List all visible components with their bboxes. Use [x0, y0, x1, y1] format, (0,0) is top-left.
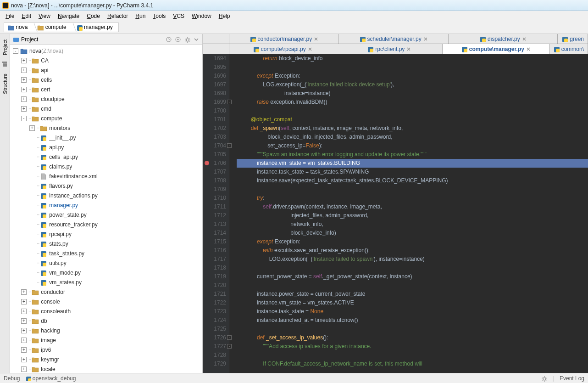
menu-tools[interactable]: Tools — [149, 12, 169, 20]
menu-edit[interactable]: Edit — [18, 12, 35, 20]
tree-toggle-icon[interactable]: + — [21, 318, 27, 324]
gutter-line[interactable]: 1714 — [203, 229, 226, 237]
tree-item-api-py[interactable]: ···api.py — [10, 142, 202, 152]
menu-help[interactable]: Help — [215, 12, 234, 20]
fold-icon[interactable]: - — [227, 344, 232, 349]
tree-item-image[interactable]: +···image — [10, 335, 202, 345]
tree-item-locale[interactable]: +···locale — [10, 364, 202, 373]
gutter-line[interactable]: 1719 — [203, 272, 226, 281]
tree-item-monitors[interactable]: +···monitors — [10, 123, 202, 133]
tree-item-consoleauth[interactable]: +···consoleauth — [10, 306, 202, 316]
tree-item-compute[interactable]: -···compute — [10, 113, 202, 123]
code-line[interactable]: LOG.exception(_('Instance failed block d… — [237, 80, 588, 89]
gutter-line[interactable]: 1706 — [203, 159, 226, 168]
tree-item-power_state-py[interactable]: ···power_state.py — [10, 210, 202, 220]
status-event-log[interactable]: Event Log — [560, 375, 584, 382]
gutter-line[interactable]: 1711 — [203, 203, 226, 211]
settings-icon[interactable] — [184, 36, 190, 43]
code-line[interactable]: except Exception: — [237, 72, 588, 80]
gutter-line[interactable]: 1720 — [203, 281, 226, 290]
gutter-line[interactable]: 1716 — [203, 246, 226, 255]
editor-gutter[interactable]: 169416951696169716981699-170017011702170… — [203, 54, 229, 373]
tree-item-resource_tracker-py[interactable]: ···resource_tracker.py — [10, 220, 202, 229]
close-icon[interactable] — [406, 47, 411, 51]
code-line[interactable] — [237, 264, 588, 272]
tree-toggle-icon[interactable]: + — [21, 347, 27, 353]
tree-item-cert[interactable]: +···cert — [10, 84, 202, 94]
tree-item-CA[interactable]: +···CA — [10, 56, 202, 65]
tree-item-vm_mode-py[interactable]: ···vm_mode.py — [10, 268, 202, 277]
gutter-line[interactable]: 1695 — [203, 63, 226, 72]
gutter-line[interactable]: 1718 — [203, 264, 226, 272]
tree-toggle-icon[interactable]: + — [21, 338, 27, 343]
code-line[interactable]: network_info, — [237, 220, 588, 229]
gutter-line[interactable]: 1696 — [203, 72, 226, 80]
status-openstack-debug[interactable]: openstack_debug — [25, 375, 76, 382]
code-line[interactable]: instance.task_state = None — [237, 307, 588, 316]
code-line[interactable]: injected_files, admin_password, — [237, 211, 588, 220]
gutter-line[interactable]: 1721 — [203, 290, 226, 299]
strip-tab-structure[interactable]: Structure — [1, 70, 9, 98]
close-icon[interactable] — [308, 47, 312, 51]
tree-item-db[interactable]: +···db — [10, 316, 202, 326]
tree-item-cells[interactable]: +···cells — [10, 75, 202, 84]
code-line[interactable]: instance=instance) — [237, 89, 588, 98]
code-line[interactable]: @object_compat — [237, 115, 588, 124]
code-line[interactable] — [237, 351, 588, 360]
tree-item-nova[interactable]: -nova (Z:\nova) — [10, 46, 202, 56]
gutter-line[interactable]: 1729 — [203, 360, 226, 368]
gutter-line[interactable]: 1713 — [203, 220, 226, 229]
strip-tab-project[interactable]: Project — [1, 36, 9, 59]
tree-item-ipv6[interactable]: +···ipv6 — [10, 345, 202, 355]
hide-icon[interactable] — [193, 36, 200, 43]
breadcrumb-nova[interactable]: nova — [4, 23, 33, 32]
gutter-line[interactable]: 1715 — [203, 237, 226, 246]
menu-code[interactable]: Code — [83, 12, 104, 20]
close-icon[interactable] — [423, 37, 428, 41]
tree-item-keymgr[interactable]: +···keymgr — [10, 355, 202, 364]
gutter-line[interactable]: 1699- — [203, 98, 226, 107]
code-line[interactable]: current_power_state = self._get_power_st… — [237, 272, 588, 281]
tree-item-console[interactable]: +···console — [10, 297, 202, 306]
menu-navigate[interactable]: Navigate — [54, 12, 83, 20]
menu-run[interactable]: Run — [132, 12, 149, 20]
tree-item-cells_api-py[interactable]: ···cells_api.py — [10, 152, 202, 162]
editor-body[interactable]: 169416951696169716981699-170017011702170… — [203, 54, 588, 373]
tree-item-flavors-py[interactable]: ···flavors.py — [10, 181, 202, 191]
tree-item-__init__-py[interactable]: ···__init__.py — [10, 133, 202, 142]
status-debug[interactable]: Debug — [4, 375, 20, 382]
code-line[interactable]: """Spawn an instance with error logging … — [237, 150, 588, 159]
locate-icon[interactable] — [175, 36, 181, 43]
editor-tab-green[interactable]: green — [558, 34, 588, 44]
menu-window[interactable]: Window — [188, 12, 215, 20]
tree-toggle-icon[interactable]: + — [21, 68, 27, 73]
gutter-line[interactable]: 1698 — [203, 89, 226, 98]
gutter-line[interactable]: 1707 — [203, 168, 226, 176]
status-gear-icon[interactable] — [541, 375, 547, 382]
breakpoint-icon[interactable] — [205, 161, 209, 165]
fold-icon[interactable]: - — [227, 335, 232, 340]
tree-item-cloudpipe[interactable]: +···cloudpipe — [10, 94, 202, 104]
editor-tab-dispatcher-py[interactable]: dispatcher.py — [449, 34, 558, 44]
code-line[interactable] — [237, 281, 588, 290]
code-line[interactable]: instance.save(expected_task_state=task_s… — [237, 176, 588, 185]
gutter-line[interactable]: 1701 — [203, 115, 226, 124]
menu-vcs[interactable]: VCS — [169, 12, 188, 20]
code-line[interactable]: instance.launched_at = timeutils.utcnow(… — [237, 316, 588, 325]
editor-tab-scheduler-manager-py[interactable]: scheduler\manager.py — [339, 34, 449, 44]
menu-refactor[interactable]: Refactor — [104, 12, 132, 20]
gutter-line[interactable]: 1726- — [203, 333, 226, 342]
tree-toggle-icon[interactable]: + — [21, 96, 27, 102]
tree-item-stats-py[interactable]: ···stats.py — [10, 239, 202, 248]
fold-icon[interactable]: - — [227, 143, 232, 148]
tree-item-cmd[interactable]: +···cmd — [10, 104, 202, 113]
tree-item-claims-py[interactable]: ···claims.py — [10, 162, 202, 171]
tree-item-rpcapi-py[interactable]: ···rpcapi.py — [10, 229, 202, 239]
code-line[interactable]: return block_device_info — [237, 54, 588, 63]
gutter-line[interactable]: 1702 — [203, 124, 226, 133]
code-line[interactable]: set_access_ip=False): — [237, 141, 588, 150]
gutter-line[interactable]: 1717 — [203, 255, 226, 264]
gutter-line[interactable]: 1723 — [203, 307, 226, 316]
tree-toggle-icon[interactable]: - — [21, 116, 27, 121]
code-line[interactable]: self.driver.spawn(context, instance, ima… — [237, 203, 588, 211]
